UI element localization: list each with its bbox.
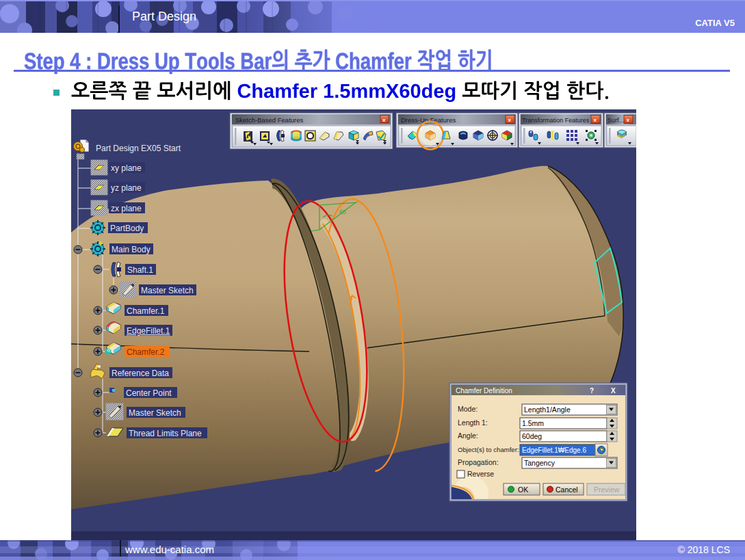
svg-text:Surf...: Surf... [607, 117, 624, 124]
svg-text:1.5mm: 1.5mm [522, 419, 544, 427]
svg-text:Preview: Preview [594, 485, 620, 494]
svg-text:?: ? [590, 387, 594, 395]
svg-text:Shaft.1: Shaft.1 [127, 265, 153, 275]
svg-text:Length 1:: Length 1: [458, 418, 488, 427]
svg-text:Object(s) to chamfer:: Object(s) to chamfer: [458, 446, 519, 453]
svg-text:zx plane: zx plane [111, 204, 142, 213]
svg-text:Tangency: Tangency [524, 459, 556, 467]
svg-text:Master Sketch: Master Sketch [141, 286, 194, 295]
svg-text:xy plane: xy plane [111, 163, 142, 173]
svg-text:Center Point: Center Point [126, 388, 172, 398]
svg-text:Reverse: Reverse [467, 470, 494, 478]
svg-text:60deg: 60deg [522, 432, 542, 440]
svg-text:Length1/Angle: Length1/Angle [524, 405, 571, 414]
svg-text:Reference Data: Reference Data [112, 369, 169, 378]
svg-text:Chamfer.2: Chamfer.2 [127, 347, 165, 357]
svg-text:Master Sketch: Master Sketch [129, 408, 181, 418]
svg-text:x: x [627, 117, 630, 123]
svg-text:Mode:: Mode: [458, 405, 478, 413]
svg-text:x: x [508, 117, 512, 123]
svg-text:Main Body: Main Body [112, 245, 151, 254]
svg-text:60: 60 [339, 209, 346, 215]
svg-text:Transformation Features: Transformation Features [522, 117, 590, 124]
svg-text:X: X [611, 387, 616, 395]
svg-text:Part Design EX05 Start: Part Design EX05 Start [96, 144, 181, 153]
svg-text:EdgeFillet.1₩Edge.6: EdgeFillet.1₩Edge.6 [522, 446, 586, 454]
svg-text:Cancel: Cancel [556, 485, 578, 494]
svg-text:Chamfer.1: Chamfer.1 [127, 306, 165, 316]
svg-text:Thread Limits Plane: Thread Limits Plane [129, 429, 202, 438]
svg-text:yz plane: yz plane [111, 183, 142, 193]
svg-text:Angle:: Angle: [458, 431, 478, 440]
svg-text:Chamfer Definition: Chamfer Definition [456, 387, 512, 395]
svg-text:Propagation:: Propagation: [458, 458, 499, 466]
svg-text:x: x [594, 117, 597, 123]
svg-text:Sketch-Based Features: Sketch-Based Features [235, 116, 304, 124]
svg-text:PartBody: PartBody [110, 224, 144, 233]
svg-text:OK: OK [518, 485, 528, 494]
svg-text:EdgeFillet.1: EdgeFillet.1 [127, 326, 170, 336]
svg-text:x: x [382, 117, 386, 123]
